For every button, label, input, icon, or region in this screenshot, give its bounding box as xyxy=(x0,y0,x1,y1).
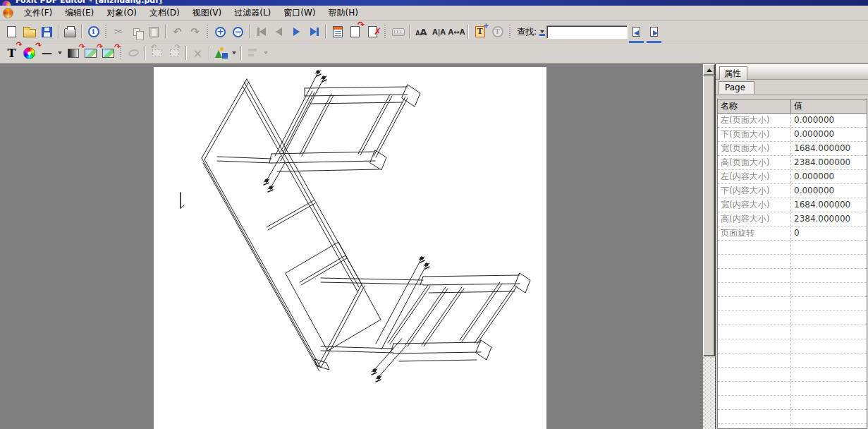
toolbar-drag-handle[interactable] xyxy=(508,25,513,39)
menu-item-6[interactable]: 窗口(W) xyxy=(277,5,322,21)
delete-object-button[interactable]: × xyxy=(189,45,207,61)
property-value[interactable]: 0.000000 xyxy=(791,184,867,198)
property-value[interactable]: 0.000000 xyxy=(791,128,867,141)
property-row-8[interactable]: 页面旋转0 xyxy=(718,226,867,241)
insert-shapes-dropdown-icon[interactable] xyxy=(230,52,238,54)
insert-page-button[interactable]: ↷ xyxy=(346,24,364,40)
property-row-7[interactable]: 高(内容大小)2384.000000 xyxy=(718,212,867,226)
empty-grid-row xyxy=(718,325,867,339)
menu-item-5[interactable]: 过滤器(L) xyxy=(228,5,277,21)
print-button[interactable] xyxy=(61,24,79,40)
page-layout-button[interactable] xyxy=(329,24,346,40)
char-spacing-button[interactable]: A|A xyxy=(430,24,448,40)
menu-item-1[interactable]: 编辑(E) xyxy=(59,5,100,21)
first-page-button[interactable] xyxy=(252,24,270,40)
select-object-button[interactable] xyxy=(125,45,142,61)
tab-page[interactable]: Page xyxy=(719,81,754,94)
align-objects-button[interactable] xyxy=(244,45,262,61)
copy-button[interactable] xyxy=(128,24,145,40)
embed-font-button[interactable]: AA xyxy=(412,24,430,40)
save-document-button[interactable] xyxy=(38,24,56,40)
edit-shading-button[interactable]: ↷ xyxy=(64,45,82,61)
empty-name-cell xyxy=(718,424,791,429)
last-page-button[interactable] xyxy=(305,24,323,40)
previous-page-button[interactable] xyxy=(270,24,288,40)
zoom-out-button[interactable]: − xyxy=(229,24,247,40)
rotate-selection-left-button[interactable]: ↶ xyxy=(148,45,166,61)
menu-item-0[interactable]: 文件(F) xyxy=(18,5,59,21)
empty-name-cell xyxy=(718,269,791,282)
property-row-3[interactable]: 高(页面大小)2384.000000 xyxy=(718,156,867,170)
find-previous-button[interactable] xyxy=(628,24,645,40)
redo-button[interactable]: ↷ xyxy=(186,24,204,40)
find-input[interactable] xyxy=(546,25,628,39)
empty-name-cell xyxy=(718,241,791,254)
text-circle-button[interactable]: T xyxy=(489,24,506,40)
property-value[interactable]: 0 xyxy=(791,226,867,240)
toolbar-drag-handle[interactable] xyxy=(104,25,109,39)
rotate-selection-right-button[interactable]: ↷ xyxy=(166,45,183,61)
undo-button[interactable]: ↶ xyxy=(169,24,186,40)
document-info-button[interactable]: i xyxy=(85,24,102,40)
new-document-button[interactable] xyxy=(3,24,20,40)
line-dash-dropdown-icon[interactable] xyxy=(56,52,64,54)
rotate-selection-right-icon: ↷ xyxy=(170,49,179,56)
find-history-dropdown-icon[interactable] xyxy=(538,30,546,33)
scrollbar-thumb[interactable] xyxy=(703,75,715,356)
property-value[interactable]: 2384.000000 xyxy=(791,156,867,169)
cad-drawing xyxy=(154,67,546,429)
edit-color-button[interactable]: ↷ xyxy=(20,45,38,61)
properties-grid: 名称 值 左(页面大小)0.000000下(页面大小)0.000000宽(页面大… xyxy=(717,99,867,429)
property-row-1[interactable]: 下(页面大小)0.000000 xyxy=(718,128,867,142)
insert-shapes-button[interactable] xyxy=(212,45,230,61)
edit-text-object-icon: T↷ xyxy=(8,47,16,60)
paste-button[interactable] xyxy=(145,24,163,40)
replace-image-button[interactable]: ↷ xyxy=(99,45,117,61)
property-value[interactable]: 1684.000000 xyxy=(791,198,867,212)
window-title: Foxit PDF Editor - [anzhuang.pdf] xyxy=(16,0,162,5)
app-logo-icon xyxy=(2,1,11,6)
property-value[interactable]: 2384.000000 xyxy=(791,212,867,226)
align-dropdown-icon[interactable] xyxy=(262,52,270,54)
property-row-0[interactable]: 左(页面大小)0.000000 xyxy=(718,114,867,128)
properties-tab[interactable]: 属性 xyxy=(719,66,747,81)
virtual-keyboard-button[interactable] xyxy=(389,24,407,40)
vertical-scrollbar[interactable] xyxy=(703,64,715,429)
toolbar-drag-handle[interactable] xyxy=(205,25,210,39)
property-value[interactable]: 0.000000 xyxy=(791,170,867,183)
property-value[interactable]: 0.000000 xyxy=(791,114,867,127)
add-text-button[interactable]: T+ xyxy=(471,24,489,40)
property-name: 页面旋转 xyxy=(718,226,791,240)
property-row-2[interactable]: 宽(页面大小)1684.000000 xyxy=(718,142,867,156)
menu-item-7[interactable]: 帮助(H) xyxy=(322,5,365,21)
edit-image-button[interactable]: ↷ xyxy=(82,45,99,61)
property-row-6[interactable]: 宽(内容大小)1684.000000 xyxy=(718,198,867,212)
empty-value-cell xyxy=(791,382,867,395)
document-icon[interactable] xyxy=(3,8,13,18)
menu-item-2[interactable]: 对象(O) xyxy=(100,5,143,21)
document-workspace[interactable] xyxy=(0,64,703,429)
property-name: 高(页面大小) xyxy=(718,156,791,169)
cut-button[interactable]: ✂ xyxy=(110,24,128,40)
empty-grid-row xyxy=(718,424,867,429)
menu-item-4[interactable]: 视图(V) xyxy=(186,5,228,21)
property-name: 高(内容大小) xyxy=(718,212,791,226)
property-row-4[interactable]: 左(内容大小)0.000000 xyxy=(718,170,867,184)
property-value[interactable]: 1684.000000 xyxy=(791,142,867,155)
empty-grid-row xyxy=(718,297,867,311)
open-document-button[interactable] xyxy=(20,24,38,40)
edit-text-object-button[interactable]: T↷ xyxy=(3,45,20,61)
find-next-button[interactable] xyxy=(645,24,663,40)
empty-value-cell xyxy=(791,339,867,353)
menu-item-3[interactable]: 文档(D) xyxy=(143,5,186,21)
property-row-5[interactable]: 下(内容大小)0.000000 xyxy=(718,184,867,198)
toolbar-drag-handle[interactable] xyxy=(383,25,388,39)
pdf-page[interactable] xyxy=(154,67,546,429)
next-page-button[interactable] xyxy=(288,24,305,40)
empty-value-cell xyxy=(791,241,867,254)
delete-page-button[interactable]: ✗ xyxy=(364,24,381,40)
line-dash-style-button[interactable]: — xyxy=(38,45,56,61)
scroll-up-button[interactable] xyxy=(703,64,715,75)
zoom-in-button[interactable]: + xyxy=(212,24,229,40)
char-scale-button[interactable]: A↔A xyxy=(448,24,465,40)
